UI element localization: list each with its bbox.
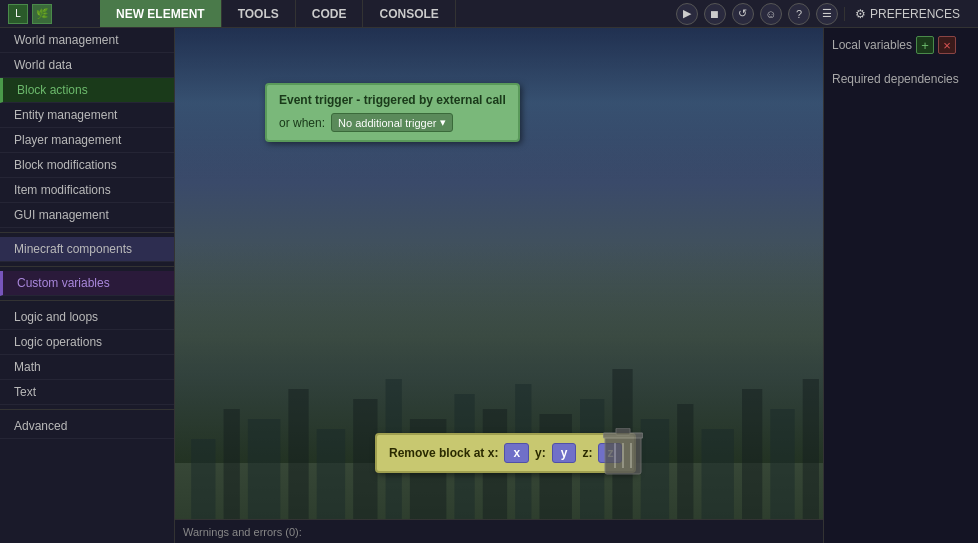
event-trigger-row: or when: No additional trigger ▾ [279,113,506,132]
stop-icon[interactable]: ⏹ [704,3,726,25]
nav-tabs: NEW ELEMENT TOOLS CODE CONSOLE [100,0,456,27]
chevron-down-icon: ▾ [440,116,446,129]
topbar: L 🌿 NEW ELEMENT TOOLS CODE CONSOLE ▶ ⏹ ↺… [0,0,978,28]
required-dependencies-section: Required dependencies [832,72,970,92]
sidebar-separator-4 [0,409,174,410]
svg-rect-19 [803,379,819,519]
sidebar-item-block-actions[interactable]: Block actions [0,78,174,103]
sidebar-item-logic-operations[interactable]: Logic operations [0,330,174,355]
y-label: y: [535,446,546,460]
sidebar-item-player-management[interactable]: Player management [0,128,174,153]
y-coord-pill[interactable]: y [552,443,577,463]
sidebar-item-world-management[interactable]: World management [0,28,174,53]
play-icon[interactable]: ▶ [676,3,698,25]
sidebar-item-entity-management[interactable]: Entity management [0,103,174,128]
svg-rect-5 [353,399,377,519]
city-skyline [175,319,823,519]
z-label: z: [582,446,592,460]
right-panel: Local variables + × Required dependencie… [823,28,978,543]
tab-tools[interactable]: TOOLS [222,0,296,27]
required-dependencies-label: Required dependencies [832,72,959,86]
trigger-dropdown[interactable]: No additional trigger ▾ [331,113,453,132]
svg-rect-15 [677,404,693,519]
warnings-text: Warnings and errors (0): [183,526,302,538]
x-coord-pill[interactable]: x [504,443,529,463]
gear-icon: ⚙ [855,7,866,21]
remove-local-variable-button[interactable]: × [938,36,956,54]
svg-rect-2 [248,419,280,519]
sidebar-item-block-modifications[interactable]: Block modifications [0,153,174,178]
sidebar-item-world-data[interactable]: World data [0,53,174,78]
tab-code[interactable]: CODE [296,0,364,27]
logo-icon-2: 🌿 [32,4,52,24]
svg-rect-17 [742,389,762,519]
sidebar-item-minecraft-components[interactable]: Minecraft components [0,237,174,262]
local-variables-label: Local variables [832,38,912,52]
preferences-button[interactable]: ⚙ PREFERENCES [844,7,970,21]
sidebar-item-advanced[interactable]: Advanced [0,414,174,439]
preferences-label: PREFERENCES [870,7,960,21]
sidebar-item-math[interactable]: Math [0,355,174,380]
tab-console[interactable]: CONSOLE [363,0,455,27]
sidebar-item-gui-management[interactable]: GUI management [0,203,174,228]
warnings-bar: Warnings and errors (0): [175,519,823,543]
svg-rect-22 [616,428,630,435]
sidebar: World management World data Block action… [0,28,175,543]
remove-block-label: Remove block at x: [389,446,498,460]
sidebar-separator-3 [0,300,174,301]
sidebar-item-logic-and-loops[interactable]: Logic and loops [0,305,174,330]
refresh-icon[interactable]: ↺ [732,3,754,25]
user-icon[interactable]: ☺ [760,3,782,25]
or-when-label: or when: [279,116,325,130]
sidebar-item-custom-variables[interactable]: Custom variables [0,271,174,296]
help-icon[interactable]: ? [788,3,810,25]
trigger-dropdown-text: No additional trigger [338,117,436,129]
menu-icon[interactable]: ☰ [816,3,838,25]
svg-rect-4 [317,429,345,519]
required-dependencies-header: Required dependencies [832,72,970,86]
svg-rect-1 [224,409,240,519]
logo-icon: L [8,4,28,24]
svg-rect-3 [288,389,308,519]
sidebar-item-text[interactable]: Text [0,380,174,405]
sidebar-separator-2 [0,266,174,267]
logo-area: L 🌿 [0,4,100,24]
event-trigger-block[interactable]: Event trigger - triggered by external ca… [265,83,520,142]
nav-icons: ▶ ⏹ ↺ ☺ ? ☰ ⚙ PREFERENCES [676,3,978,25]
local-variables-header: Local variables + × [832,36,970,54]
svg-rect-0 [191,439,215,519]
svg-rect-18 [770,409,794,519]
content-area: Event trigger - triggered by external ca… [175,28,823,543]
local-variables-section: Local variables + × [832,36,970,60]
trash-icon [603,428,643,478]
svg-rect-16 [702,429,734,519]
add-local-variable-button[interactable]: + [916,36,934,54]
tab-new-element[interactable]: NEW ELEMENT [100,0,222,27]
sidebar-item-item-modifications[interactable]: Item modifications [0,178,174,203]
trash-icon-area[interactable] [598,423,648,483]
main-layout: World management World data Block action… [0,28,978,543]
sidebar-separator-1 [0,232,174,233]
event-trigger-title: Event trigger - triggered by external ca… [279,93,506,107]
